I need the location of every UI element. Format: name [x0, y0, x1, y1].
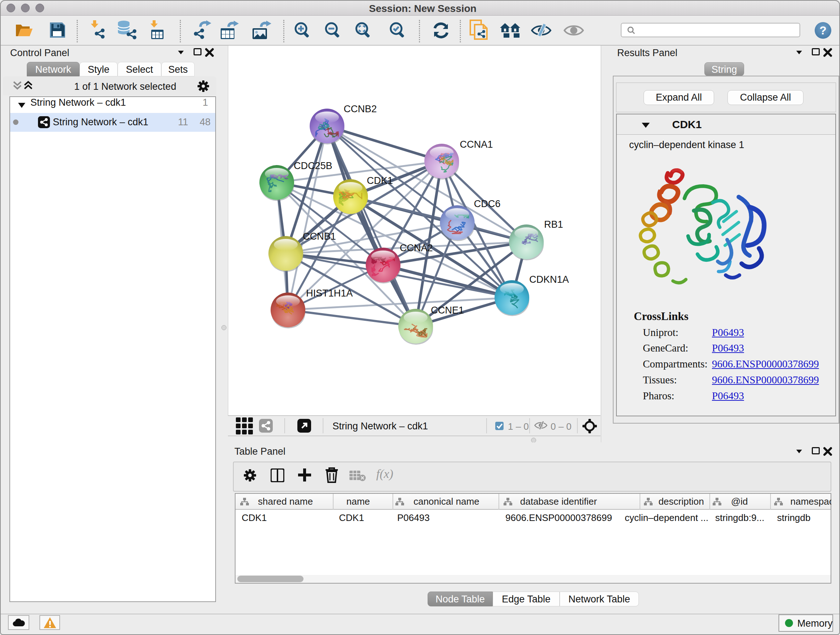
- svg-text:CDC25B: CDC25B: [294, 160, 332, 171]
- svg-text:HIST1H1A: HIST1H1A: [306, 288, 353, 299]
- svg-text:CCNA1: CCNA1: [460, 139, 493, 150]
- svg-text:CDK1: CDK1: [367, 175, 393, 186]
- svg-text:CCNA2: CCNA2: [400, 242, 433, 253]
- svg-text:CCNB2: CCNB2: [344, 103, 377, 114]
- svg-text:CCNB1: CCNB1: [303, 231, 336, 242]
- svg-text:CCNE1: CCNE1: [431, 305, 464, 316]
- svg-text:RB1: RB1: [544, 219, 563, 230]
- svg-text:CDKN1A: CDKN1A: [529, 274, 569, 285]
- svg-text:CDC6: CDC6: [474, 198, 501, 209]
